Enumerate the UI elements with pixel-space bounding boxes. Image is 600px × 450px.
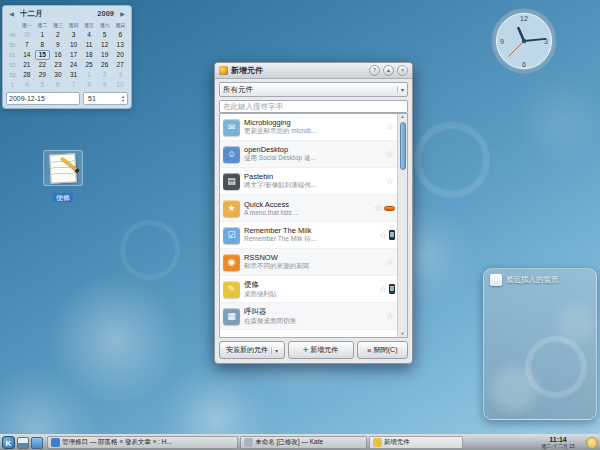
calendar-day[interactable]: 27 — [112, 60, 128, 70]
calendar-day[interactable]: 26 — [97, 60, 113, 70]
next-month-icon[interactable]: ▶ — [118, 10, 127, 17]
widget-list: ✉ Microblogging 更新並顯示您的 microb... ☆ ☺ op… — [220, 114, 397, 337]
calendar-day[interactable]: 8 — [35, 40, 51, 50]
calendar-day[interactable]: 14 — [19, 50, 35, 60]
favorite-star-icon[interactable]: ☆ — [374, 203, 382, 213]
calendar-day[interactable]: 6 — [50, 80, 66, 90]
battery-icon[interactable] — [519, 437, 530, 448]
calendar-day[interactable]: 4 — [19, 80, 35, 90]
calendar-day[interactable]: 10 — [66, 40, 82, 50]
calendar-day[interactable]: 22 — [35, 60, 51, 70]
spin-down-icon[interactable]: ▼ — [121, 99, 125, 103]
favorite-star-icon[interactable]: ☆ — [386, 122, 394, 132]
favorite-star-icon[interactable]: ☆ — [379, 230, 387, 240]
widget-list-item[interactable]: ★ Quick Access A menu that lists ... ☆ — [220, 195, 397, 222]
calendar-day[interactable]: 18 — [81, 50, 97, 60]
taskbar-task[interactable]: 未命名 [已修改] — Kate — [240, 436, 367, 449]
favorite-star-icon[interactable]: ☆ — [386, 257, 394, 267]
close-button[interactable]: × 關閉(C) — [357, 341, 408, 359]
install-dropdown-icon[interactable]: ▾ — [271, 347, 278, 354]
calendar-day[interactable]: 6 — [112, 30, 128, 40]
install-new-widgets-button[interactable]: 安裝新的元件 ▾ — [219, 341, 285, 359]
calendar-day[interactable]: 25 — [81, 60, 97, 70]
calendar-day[interactable]: 30 — [19, 30, 35, 40]
calendar-year-label[interactable]: 2009 — [97, 9, 114, 18]
calendar-day[interactable]: 1 — [35, 30, 51, 40]
calendar-day[interactable]: 2 — [50, 30, 66, 40]
widget-subtitle: 使用 Social Desktop 連... — [244, 154, 385, 163]
calendar-day[interactable]: 21 — [19, 60, 35, 70]
favorite-star-icon[interactable]: ☆ — [386, 176, 394, 186]
widget-list-item[interactable]: ▤ Pastebin 將文字/影像貼到遠端伺... ☆ — [220, 168, 397, 195]
folder-launcher-icon[interactable] — [31, 437, 43, 449]
add-widget-button[interactable]: + 新增元件 — [288, 341, 354, 359]
widget-list-item[interactable]: ✎ 便條 桌面便利貼 ☆ — [220, 276, 397, 303]
calendar-day[interactable]: 5 — [35, 80, 51, 90]
volume-icon[interactable] — [493, 437, 504, 448]
calendar-day-header: 週二 — [35, 21, 51, 30]
calendar-day[interactable]: 31 — [66, 70, 82, 80]
desktop-note-icon[interactable]: 便條 — [40, 150, 86, 204]
analog-clock-widget[interactable]: 12 3 6 9 — [489, 6, 559, 76]
calendar-day[interactable]: 3 — [66, 30, 82, 40]
calendar-day[interactable]: 23 — [50, 60, 66, 70]
calendar-day[interactable]: 30 — [50, 70, 66, 80]
calendar-day[interactable]: 9 — [97, 80, 113, 90]
calendar-day[interactable]: 29 — [35, 70, 51, 80]
list-scrollbar[interactable]: ▲ ▼ — [397, 114, 407, 337]
network-icon[interactable] — [506, 437, 517, 448]
calendar-day[interactable]: 9 — [50, 40, 66, 50]
week-spinbox[interactable]: 51 ▲ ▼ — [83, 92, 128, 105]
scrollbar-thumb[interactable] — [400, 122, 406, 170]
close-window-button[interactable]: × — [397, 65, 408, 76]
widget-list-item[interactable]: ▦ 呼叫器 在虛擬桌面間切換 ☆ — [220, 303, 397, 330]
calendar-day[interactable]: 2 — [97, 70, 113, 80]
panel-cashew-icon[interactable] — [586, 437, 598, 449]
calendar-day[interactable]: 3 — [112, 70, 128, 80]
widget-list-item[interactable]: ✉ Microblogging 更新並顯示您的 microb... ☆ — [220, 114, 397, 141]
calendar-day[interactable]: 15 — [35, 50, 51, 60]
device-notifier-launcher-icon[interactable] — [17, 437, 29, 449]
widget-list-item[interactable]: ☺ openDesktop 使用 Social Desktop 連... ☆ — [220, 141, 397, 168]
widget-search-input[interactable] — [219, 100, 408, 113]
calendar-day[interactable]: 28 — [19, 70, 35, 80]
taskbar-task[interactable]: 管理條目 — 部落格 « 發表文章 » : H... — [47, 436, 238, 449]
calendar-week-number: 1 — [6, 80, 19, 90]
calendar-day[interactable]: 7 — [66, 80, 82, 90]
calendar-day[interactable]: 7 — [19, 40, 35, 50]
calendar-day[interactable]: 20 — [112, 50, 128, 60]
help-button[interactable]: ? — [369, 65, 380, 76]
widget-list-item[interactable]: ◉ RSSNOW 顯示不同的來源的新聞 ☆ — [220, 249, 397, 276]
calendar-day[interactable]: 5 — [97, 30, 113, 40]
calendar-day[interactable]: 13 — [112, 40, 128, 50]
shade-button[interactable]: ▴ — [383, 65, 394, 76]
widget-list-item[interactable]: ☑ Remember The Milk Remember The Milk 待.… — [220, 222, 397, 249]
dialog-titlebar[interactable]: 新增元件 ? ▴ × — [215, 63, 412, 79]
calendar-day[interactable]: 24 — [66, 60, 82, 70]
calendar-day[interactable]: 12 — [97, 40, 113, 50]
prev-month-icon[interactable]: ◀ — [7, 10, 16, 17]
calendar-day[interactable]: 4 — [81, 30, 97, 40]
widget-subtitle: 在虛擬桌面間切換 — [244, 317, 385, 326]
calendar-month-label[interactable]: 十二月 — [20, 9, 43, 19]
calendar-day[interactable]: 10 — [112, 80, 128, 90]
taskbar-clock[interactable]: 11:14 週二-十二月 15 — [532, 436, 584, 449]
calendar-day[interactable]: 8 — [81, 80, 97, 90]
favorite-star-icon[interactable]: ☆ — [379, 284, 387, 294]
date-input[interactable] — [6, 92, 80, 105]
favorite-star-icon[interactable]: ☆ — [386, 311, 394, 321]
calendar-day[interactable]: 11 — [81, 40, 97, 50]
scroll-down-icon[interactable]: ▼ — [401, 331, 405, 337]
taskbar-task[interactable]: 新增元件 — [369, 436, 463, 449]
category-filter-dropdown[interactable]: 所有元件 ▾ — [219, 82, 408, 97]
calendar-day[interactable]: 16 — [50, 50, 66, 60]
calendar-day[interactable]: 1 — [81, 70, 97, 80]
kmenu-button[interactable]: K — [2, 436, 15, 449]
widget-title: Remember The Milk — [244, 226, 378, 235]
im-status-icon[interactable] — [480, 437, 491, 448]
widget-subtitle: Remember The Milk 待... — [244, 235, 378, 244]
calendar-day[interactable]: 19 — [97, 50, 113, 60]
favorite-star-icon[interactable]: ☆ — [386, 149, 394, 159]
calendar-day[interactable]: 17 — [66, 50, 82, 60]
klipper-icon[interactable] — [467, 437, 478, 448]
